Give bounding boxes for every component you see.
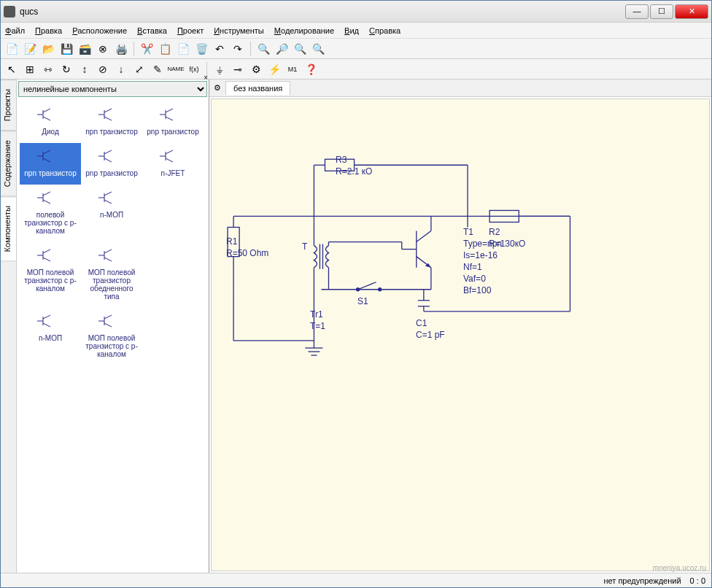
titlebar: qucs — ☐ ✕ [1,1,711,23]
wire-icon[interactable]: ⤢ [131,61,147,77]
equation-icon[interactable]: f(x) [186,61,202,77]
close-file-icon[interactable]: ⊗ [95,41,111,57]
svg-line-17 [104,150,112,154]
dc-icon[interactable]: ⚡ [266,61,282,77]
simulate-icon[interactable]: ⚙ [248,61,264,77]
mirror-v-icon[interactable]: ↕ [77,61,93,77]
menu-tools[interactable]: Инструменты [214,26,264,35]
svg-point-71 [379,288,382,291]
component-icon[interactable]: ⊞ [22,61,38,77]
menu-layout[interactable]: Расположение [72,26,127,35]
cut-icon[interactable]: ✂️ [139,41,155,57]
zoom-out-icon[interactable]: 🔎 [274,41,290,57]
component-item[interactable]: n-JFET [142,143,204,185]
open-icon[interactable]: 📂 [40,41,56,57]
menu-project[interactable]: Проект [177,26,204,35]
print-icon[interactable]: 🖨️ [113,41,129,57]
tab-content[interactable]: Содержание [1,131,16,196]
zoom-fit-icon[interactable]: 🔍 [292,41,308,57]
component-item[interactable]: МОП полевой транзистор с p-каналом [20,242,81,308]
svg-line-14 [43,158,50,162]
select-icon[interactable]: ↖ [4,61,20,77]
sidebar: × Проекты Содержание Компоненты нелинейн… [1,80,209,573]
menu-file[interactable]: Файл [5,26,25,35]
svg-line-33 [43,249,50,253]
component-item[interactable]: pnp транзистор [81,143,142,185]
paste-icon[interactable]: 📄 [175,41,191,57]
menu-view[interactable]: Вид [344,26,359,35]
component-item[interactable] [142,308,204,365]
schematic-canvas[interactable]: R3 R=2.1 кО R1 R=50 Ohm R2 R=130кО T1 Ty… [211,98,710,571]
wire-label-icon[interactable]: ✎ [150,61,166,77]
help-icon[interactable]: ❓ [303,61,319,77]
label-r3-val: R=2.1 кО [336,166,372,177]
zoom-100-icon[interactable]: 🔍 [310,41,326,57]
tab-projects[interactable]: Проекты [1,80,16,131]
component-item[interactable] [142,185,204,242]
copy-icon[interactable]: 📋 [157,41,173,57]
wire-down-icon[interactable]: ↓ [113,61,129,77]
component-grid[interactable]: Диодnpn транзисторpnp транзисторnpn тран… [17,98,209,573]
minimize-button[interactable]: — [625,4,649,19]
sidebar-close-icon[interactable]: × [204,74,208,82]
menubar: Файл Правка Расположение Вставка Проект … [1,23,711,39]
new-file-icon[interactable]: 📄 [4,41,20,57]
svg-line-22 [166,158,173,162]
component-item[interactable]: МОП полевой транзистор с p-каналом [81,308,142,365]
tab-components[interactable]: Компоненты [1,196,16,261]
statusbar: нет предупреждений 0 : 0 [1,573,711,587]
svg-line-41 [43,315,50,319]
label-t1-is: Is=1e-16 [463,250,498,260]
component-item[interactable] [20,365,81,399]
label-s1: S1 [357,296,368,306]
menu-edit[interactable]: Правка [35,26,62,35]
gear-icon[interactable]: ⚙ [214,83,221,93]
label-tr1-name: Tr1 [310,309,323,320]
save-all-icon[interactable]: 🗃️ [77,41,93,57]
svg-line-21 [166,150,173,154]
component-item[interactable] [142,242,204,308]
component-item[interactable]: МОП полевой транзистор обедненного типа [81,242,142,308]
category-combo[interactable]: нелинейные компоненты [18,81,207,97]
redo-icon[interactable]: ↷ [230,41,246,57]
menu-simulation[interactable]: Моделирование [274,26,334,35]
component-item[interactable]: Диод [20,101,81,143]
mirror-h-icon[interactable]: ⇿ [40,61,56,77]
maximize-button[interactable]: ☐ [650,4,673,19]
svg-line-42 [43,323,50,327]
port-icon[interactable]: ⊸ [230,61,246,77]
component-item[interactable]: npn транзистор [20,143,81,185]
new-text-icon[interactable]: 📝 [22,41,38,57]
undo-icon[interactable]: ↶ [212,41,228,57]
component-item[interactable]: pnp транзистор [142,101,204,143]
menu-help[interactable]: Справка [369,26,400,35]
component-item[interactable]: n-МОП [20,308,81,365]
svg-line-37 [104,249,112,253]
rotate-icon[interactable]: ↻ [58,61,74,77]
component-item[interactable]: npn транзистор [81,101,142,143]
close-button[interactable]: ✕ [675,4,708,19]
marker-icon[interactable]: M1 [285,61,301,77]
label-tr1-val: T=1 [310,321,325,331]
name-icon[interactable]: NAME [168,61,184,77]
svg-line-6 [104,117,112,120]
svg-line-45 [104,315,112,319]
svg-line-25 [43,192,50,196]
tab-untitled[interactable]: без названия [225,81,290,95]
svg-line-29 [104,192,112,196]
toolbar-components: ↖ ⊞ ⇿ ↻ ↕ ⊘ ↓ ⤢ ✎ NAME f(x) ⏚ ⊸ ⚙ ⚡ M1 ❓ [1,59,711,80]
menu-insert[interactable]: Вставка [137,26,167,35]
zoom-in-icon[interactable]: 🔍 [255,41,271,57]
label-r1-name: R1 [226,236,237,247]
ground-icon[interactable]: ⏚ [212,61,228,77]
component-item[interactable] [142,365,204,399]
label-t1-bf: Bf=100 [463,285,491,295]
deactivate-icon[interactable]: ⊘ [95,61,111,77]
component-item[interactable] [81,365,142,399]
save-icon[interactable]: 💾 [58,41,74,57]
delete-icon[interactable]: 🗑️ [193,41,209,57]
component-item[interactable]: n-МОП [81,185,142,242]
label-r2-name: R2 [489,227,500,237]
svg-line-1 [43,109,50,112]
component-item[interactable]: полевой транзистор с p-каналом [20,185,81,242]
